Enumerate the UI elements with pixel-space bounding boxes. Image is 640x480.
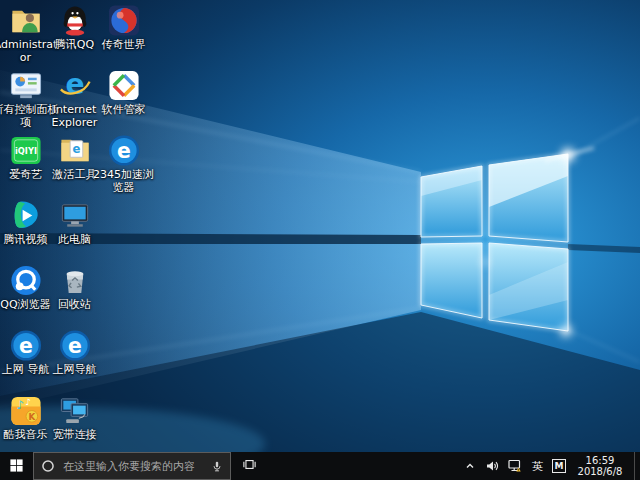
microphone-icon[interactable] <box>211 460 223 473</box>
svg-text:e: e <box>19 334 33 358</box>
desktop-icon[interactable]: 传奇世界 <box>99 4 148 69</box>
desktop-icon[interactable]: Administrator <box>1 4 50 69</box>
cortana-icon <box>41 459 55 473</box>
this-pc-icon <box>58 199 92 232</box>
desktop-icon[interactable]: eInternet Explorer <box>50 69 99 134</box>
desktop-icon[interactable]: e上网导航 <box>50 329 99 394</box>
software-manager-icon <box>107 69 141 102</box>
svg-text:iQIYI: iQIYI <box>15 146 37 156</box>
svg-text:e: e <box>65 69 84 101</box>
task-view-button[interactable] <box>231 452 267 480</box>
legend-game-icon <box>107 4 141 37</box>
chevron-up-icon[interactable] <box>464 460 476 472</box>
desktop-icon-label: 软件管家 <box>91 103 157 116</box>
e-nav-icon: e <box>9 329 43 362</box>
desktop-icon[interactable]: e上网 导航 <box>1 329 50 394</box>
kuwo-music-icon: ♪♪K <box>9 394 43 427</box>
tray-icons <box>464 459 523 473</box>
svg-text:♪: ♪ <box>16 398 23 412</box>
start-button[interactable] <box>0 452 33 480</box>
system-tray: 英 M 16:59 2018/6/8 <box>464 452 640 480</box>
desktop-icon-grid: Administrator所有控制面板项iQIYI爱奇艺腾讯视频QQ浏览器e上网… <box>1 4 148 459</box>
desktop-icon[interactable]: 此电脑 <box>50 199 99 264</box>
svg-text:e: e <box>117 139 131 163</box>
network-warning-icon[interactable] <box>508 459 523 473</box>
desktop-icon[interactable]: QQ浏览器 <box>1 264 50 329</box>
desktop-icon[interactable]: 软件管家 <box>99 69 148 134</box>
desktop-icon-label: 上网导航 <box>42 363 108 376</box>
e-browser-icon: e <box>107 134 141 167</box>
ime-mode-indicator[interactable]: M <box>552 459 566 473</box>
qq-icon <box>58 4 92 37</box>
desktop-icon[interactable]: 宽带连接 <box>50 394 99 459</box>
desktop-icon-label: 宽带连接 <box>42 428 108 441</box>
svg-text:e: e <box>68 334 82 358</box>
e-nav-icon: e <box>58 329 92 362</box>
desktop-icon[interactable]: 腾讯视频 <box>1 199 50 264</box>
svg-text:♪: ♪ <box>25 397 31 407</box>
desktop-icon[interactable]: ♪♪K酷我音乐 <box>1 394 50 459</box>
clock-date: 2018/6/8 <box>575 466 625 478</box>
ie-icon: e <box>58 69 92 102</box>
desktop-icon[interactable]: 回收站 <box>50 264 99 329</box>
desktop[interactable]: Administrator所有控制面板项iQIYI爱奇艺腾讯视频QQ浏览器e上网… <box>0 0 640 480</box>
clock-time: 16:59 <box>575 455 625 467</box>
ime-language-indicator[interactable]: 英 <box>532 459 543 474</box>
recycle-bin-icon <box>58 264 92 297</box>
search-input[interactable] <box>61 459 205 474</box>
desktop-icon[interactable]: e2345加速浏览器 <box>99 134 148 199</box>
clock[interactable]: 16:59 2018/6/8 <box>575 455 625 478</box>
show-desktop-button[interactable] <box>634 452 640 480</box>
desktop-icon[interactable]: iQIYI爱奇艺 <box>1 134 50 199</box>
broadband-icon <box>58 394 92 427</box>
desktop-icon-label: 2345加速浏览器 <box>91 168 157 194</box>
activation-folder-icon: e <box>58 134 92 167</box>
taskbar: 英 M 16:59 2018/6/8 <box>0 452 640 480</box>
volume-icon[interactable] <box>485 459 499 473</box>
iqiyi-icon: iQIYI <box>9 134 43 167</box>
control-panel-icon <box>9 69 43 102</box>
user-folder-icon <box>9 4 43 37</box>
desktop-icon-label: 传奇世界 <box>91 38 157 51</box>
desktop-icon-label: 回收站 <box>42 298 108 311</box>
qq-browser-icon <box>9 264 43 297</box>
task-view-icon <box>242 457 257 476</box>
taskbar-search[interactable] <box>33 452 231 480</box>
windows-logo-icon <box>10 457 23 476</box>
tencent-video-icon <box>9 199 43 232</box>
desktop-icon-label: 此电脑 <box>42 233 108 246</box>
svg-text:e: e <box>72 142 80 156</box>
desktop-icon[interactable]: 腾讯QQ <box>50 4 99 69</box>
